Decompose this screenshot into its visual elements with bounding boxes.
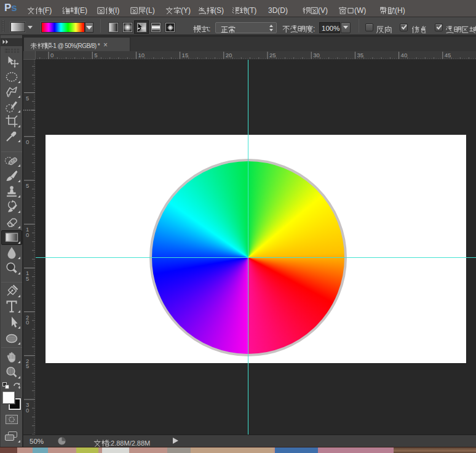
svg-text:25: 25 (269, 52, 276, 58)
svg-text:30: 30 (313, 52, 320, 58)
svg-text:20: 20 (226, 52, 232, 58)
svg-text:5: 5 (26, 363, 29, 369)
svg-text:0: 0 (26, 231, 29, 238)
svg-text:35: 35 (357, 52, 363, 58)
svg-text:5: 5 (26, 95, 29, 102)
svg-text:10: 10 (138, 52, 145, 58)
svg-text:45: 45 (445, 52, 451, 58)
svg-text:40: 40 (401, 52, 408, 58)
svg-text:0: 0 (26, 319, 29, 326)
svg-text:15: 15 (182, 52, 189, 58)
svg-text:5: 5 (26, 275, 29, 282)
svg-text:5: 5 (26, 182, 29, 189)
svg-text:0: 0 (50, 52, 54, 58)
svg-text:5: 5 (94, 52, 97, 58)
svg-text:0: 0 (26, 407, 29, 414)
svg-text:0: 0 (26, 138, 29, 145)
